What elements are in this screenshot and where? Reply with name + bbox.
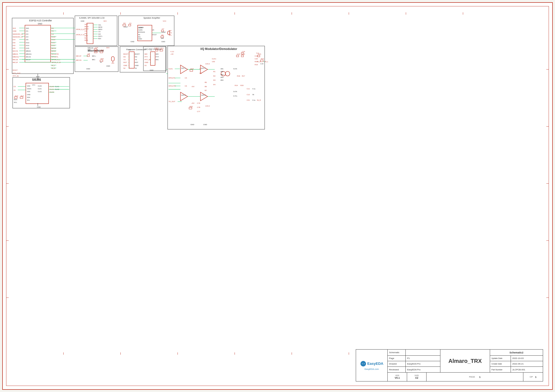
svg-text:100nF: 100nF — [161, 31, 166, 33]
svg-text:SPON_P_R: SPON_P_R — [76, 34, 84, 36]
svg-text:MCCN: MCCN — [13, 50, 18, 52]
svg-text:RX: RX — [123, 56, 126, 58]
svg-text:C17: C17 — [156, 47, 160, 49]
ver-value: V0.1 — [395, 376, 400, 379]
svg-text:IO21: IO21 — [51, 42, 55, 44]
svg-text:3V3: 3V3 — [104, 20, 107, 22]
svg-rect-191 — [111, 57, 114, 61]
svg-text:SENSOR_VN: SENSOR_VN — [13, 33, 23, 35]
lcd-block: ILI9486, SPI 320x480 LCD 3V3 GND SCK MOS… — [75, 16, 117, 46]
svg-text:HPOUTR: HPOUTR — [168, 85, 176, 87]
size-label: SIZE — [415, 375, 419, 376]
svg-text:VS: VS — [152, 29, 154, 31]
svg-text:R16: R16 — [237, 75, 240, 77]
reviewed-label: Reviewed — [388, 367, 406, 372]
svg-text:U15.1: U15.1 — [181, 67, 186, 69]
svg-text:R20: R20 — [100, 58, 104, 60]
svg-text:MIC: MIC — [145, 53, 148, 55]
svg-text:4.1V: 4.1V — [170, 50, 174, 52]
svg-text:VDD: VDD — [27, 85, 30, 87]
svg-text:56: 56 — [252, 94, 254, 95]
svg-text:MIC1P: MIC1P — [26, 59, 31, 60]
svg-text:HPOUTL: HPOUTL — [168, 77, 176, 79]
page-value: P1 — [406, 356, 411, 360]
svg-text:MSD: MSD — [85, 39, 88, 41]
part-number-value: JLCPCB-001 — [511, 368, 527, 371]
svg-text:IN+: IN+ — [138, 36, 141, 38]
svg-rect-253 — [150, 52, 155, 65]
svg-text:5V: 5V — [123, 67, 126, 69]
esp32-block: ESP32-A1S Controller GND 3V3 GND SENSOR_… — [12, 18, 74, 80]
svg-marker-158 — [168, 31, 170, 35]
project-name: Almaro_TRX — [448, 358, 482, 364]
svg-text:ROOT: ROOT — [13, 69, 18, 71]
svg-text:IO19: IO19 — [51, 39, 55, 41]
svg-text:U32: U32 — [212, 60, 215, 62]
svg-text:MIC1N: MIC1N — [26, 56, 31, 58]
svg-text:RST: RST — [123, 62, 127, 64]
svg-rect-272 — [168, 46, 265, 129]
svg-text:U15.3: U15.3 — [181, 94, 186, 96]
iq-mod-block: I/Q Modulator/Demodulator CLK1 U15.1 U15… — [168, 46, 265, 129]
svg-text:GND: GND — [190, 123, 194, 125]
svg-text:R21: R21 — [261, 58, 264, 60]
svg-text:MIC: MIC — [156, 59, 159, 60]
svg-text:5V: 5V — [145, 64, 147, 66]
svg-text:D/C: D/C — [85, 33, 87, 34]
svg-text:3V3: 3V3 — [106, 47, 110, 49]
svg-text:GND: GND — [130, 41, 134, 42]
svg-text:MOSI: MOSI — [51, 47, 56, 49]
svg-text:IO2: IO2 — [13, 44, 16, 46]
svg-text:SPON_P_R: SPON_P_R — [51, 62, 60, 64]
svg-text:GND: GND — [150, 69, 153, 71]
svg-text:0.47u: 0.47u — [233, 95, 237, 97]
svg-text:0.1u: 0.1u — [252, 99, 255, 101]
svg-text:B7: B7 — [205, 89, 207, 91]
svg-text:TX: TX — [123, 59, 126, 60]
svg-text:C8: C8 — [199, 72, 201, 74]
svg-rect-287 — [190, 70, 193, 71]
svg-text:LM386N: LM386N — [138, 27, 144, 28]
svg-text:MIC: MIC — [156, 53, 159, 55]
svg-rect-174 — [87, 55, 89, 57]
si5351-block: SI5351 C5 A1 CLK0 CLK1 CLK2 VDD VDDA VDD — [13, 77, 70, 108]
svg-text:+5V: +5V — [191, 85, 195, 87]
svg-text:C78: C78 — [197, 106, 200, 108]
svg-text:C5: C5 — [185, 77, 187, 79]
svg-text:RST1: RST1 — [98, 36, 102, 37]
svg-text:B6: B6 — [205, 85, 207, 87]
op-value: 1 — [535, 376, 536, 378]
svg-text:MIC1P: MIC1P — [13, 62, 18, 64]
svg-text:B5: B5 — [205, 81, 207, 83]
svg-text:GND: GND — [80, 20, 84, 22]
svg-text:R19: R19 — [255, 64, 258, 65]
svg-text:HPOUTR: HPOUTR — [51, 53, 59, 55]
svg-text:R14: R14 — [235, 84, 238, 86]
svg-text:BLK: BLK — [85, 37, 88, 39]
svg-text:VCC: VCC — [163, 20, 167, 22]
svg-text:5.67k: 5.67k — [233, 68, 237, 70]
svg-text:VOUT: VOUT — [152, 34, 157, 36]
ver-label: VER — [395, 375, 399, 376]
svg-text:IO14: IO14 — [26, 45, 29, 46]
svg-text:5.67k: 5.67k — [233, 91, 237, 92]
svg-text:SDA: SDA — [27, 97, 30, 98]
svg-text:2B1: 2B1 — [220, 70, 224, 72]
svg-text:U15.2: U15.2 — [201, 67, 206, 69]
update-date-label: Update Date — [490, 356, 511, 361]
svg-text:GAIN: GAIN — [138, 29, 142, 31]
svg-text:C7: C7 — [162, 28, 164, 30]
page-border: ESP32-A1S Controller GND 3V3 GND SENSOR_… — [2, 2, 553, 390]
svg-text:IO22: IO22 — [51, 44, 55, 46]
svg-text:CLK0: CLK0 — [38, 85, 42, 87]
svg-text:BOOT: BOOT — [135, 53, 140, 55]
svg-text:2B2: 2B2 — [220, 74, 224, 75]
svg-text:H1: H1 — [150, 49, 152, 51]
svg-text:C79: C79 — [197, 102, 200, 104]
svg-text:MBIAS: MBIAS — [26, 50, 31, 52]
svg-rect-26 — [12, 18, 74, 74]
top-right-components: C21 R21 3.3V IN_L — [258, 53, 268, 65]
svg-text:SCL: SCL — [14, 101, 17, 103]
svg-text:I/Q Modulator/Demodulator: I/Q Modulator/Demodulator — [200, 47, 237, 50]
svg-text:VDDA: VDDA — [27, 88, 31, 90]
